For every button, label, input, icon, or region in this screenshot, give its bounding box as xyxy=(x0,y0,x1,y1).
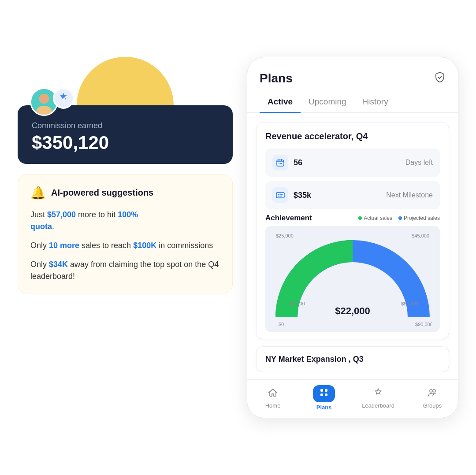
leaderboard-icon xyxy=(373,387,383,401)
ai-suggestions-card: 🔔 AI-powered suggestions Just $57,000 mo… xyxy=(18,174,233,293)
ai-suggestions-list: Just $57,000 more to hit 100%quota. Only… xyxy=(30,209,220,282)
page-wrapper: Commission earned $350,120 🔔 AI-powered … xyxy=(0,0,476,475)
svg-text:$90,000: $90,000 xyxy=(415,322,432,327)
suggestion-2-highlight2: $100K xyxy=(133,241,156,250)
plans-icon xyxy=(319,388,329,400)
nav-label-home: Home xyxy=(265,402,281,409)
gauge-labels: $25,000 $45,000 xyxy=(272,233,433,238)
bell-icon: 🔔 xyxy=(30,186,46,200)
legend-actual: Actual sales xyxy=(358,215,392,221)
svg-point-9 xyxy=(280,163,281,164)
legend-dot-green xyxy=(358,216,362,220)
svg-rect-7 xyxy=(281,159,282,161)
svg-text:$55,000: $55,000 xyxy=(401,301,419,306)
days-value: 56 xyxy=(294,158,302,167)
legend-projected: Projected sales xyxy=(398,215,440,221)
achievement-section: Achievement Actual sales Projected sales xyxy=(265,214,440,332)
svg-text:$22,000: $22,000 xyxy=(335,305,370,316)
nav-label-groups: Groups xyxy=(423,402,442,409)
suggestion-1: Just $57,000 more to hit 100%quota. xyxy=(30,209,220,233)
milestone-icon xyxy=(272,187,288,203)
svg-point-3 xyxy=(39,94,49,104)
svg-point-22 xyxy=(430,390,432,392)
main-plan-card: Revenue accelerator, Q4 xyxy=(256,122,449,339)
person-avatar-svg xyxy=(31,89,57,115)
svg-rect-20 xyxy=(320,393,323,396)
legend-projected-label: Projected sales xyxy=(404,215,440,221)
svg-text:$5,000: $5,000 xyxy=(290,301,305,306)
commission-amount: $350,120 xyxy=(32,132,219,153)
stat-row-days: 56 Days left xyxy=(265,148,440,177)
content-area: Commission earned $350,120 🔔 AI-powered … xyxy=(0,39,476,436)
milestone-value: $35k xyxy=(294,191,311,200)
suggestion-1-highlight1: $57,000 xyxy=(47,210,76,219)
tab-history[interactable]: History xyxy=(354,93,396,113)
nav-label-plans: Plans xyxy=(316,404,332,411)
tabs: Active Upcoming History xyxy=(247,93,458,113)
milestone-label: Next Milestone xyxy=(386,191,433,199)
gauge-svg-wrap: $22,000 $0 $5,000 $55,000 $90,000 xyxy=(272,240,433,328)
nav-item-leaderboard[interactable]: Leaderboard xyxy=(362,387,394,409)
ai-card-title: AI-powered suggestions xyxy=(51,188,153,198)
shield-icon[interactable] xyxy=(434,71,446,85)
plans-icon-bg xyxy=(313,385,335,402)
suggestion-2: Only 10 more sales to reach $100K in com… xyxy=(30,240,220,252)
page-title: Plans xyxy=(260,71,293,85)
gauge-label-25k: $25,000 xyxy=(276,233,294,238)
suggestion-2-highlight1: 10 more xyxy=(49,241,79,250)
tab-upcoming[interactable]: Upcoming xyxy=(301,93,354,113)
days-label: Days left xyxy=(405,159,433,167)
svg-rect-21 xyxy=(325,393,327,396)
suggestion-3: Only $34K away from claiming the top spo… xyxy=(30,259,220,282)
phone-content: Revenue accelerator, Q4 xyxy=(247,113,458,372)
svg-point-23 xyxy=(433,390,435,392)
legend: Actual sales Projected sales xyxy=(358,215,440,221)
achievement-title: Achievement xyxy=(265,214,312,223)
calendar-icon xyxy=(272,155,288,171)
svg-text:$0: $0 xyxy=(279,322,284,327)
second-plan-card: NY Market Expansion , Q3 xyxy=(256,346,449,372)
suggestion-3-highlight1: $34K xyxy=(49,260,68,269)
nav-item-plans[interactable]: Plans xyxy=(311,385,337,411)
svg-point-10 xyxy=(281,163,282,164)
plan-card-title: Revenue accelerator, Q4 xyxy=(265,131,440,141)
legend-dot-blue xyxy=(398,216,402,220)
stat-row-milestone: $35k Next Milestone xyxy=(265,181,440,209)
svg-rect-18 xyxy=(320,389,323,392)
gauge-label-45k: $45,000 xyxy=(412,233,429,238)
legend-actual-label: Actual sales xyxy=(364,215,392,221)
svg-rect-19 xyxy=(325,389,327,392)
groups-icon xyxy=(427,387,438,401)
nav-item-groups[interactable]: Groups xyxy=(419,387,446,409)
achievement-header: Achievement Actual sales Projected sales xyxy=(265,214,440,223)
nav-item-home[interactable]: Home xyxy=(260,387,286,409)
svg-rect-11 xyxy=(276,193,284,198)
suggestion-1-highlight2: 100%quota xyxy=(30,210,138,231)
avatar-verified xyxy=(53,88,74,109)
gauge-svg: $22,000 $0 $5,000 $55,000 $90,000 xyxy=(273,240,432,328)
verified-icon-svg xyxy=(56,90,71,106)
gauge-chart: $25,000 $45,000 xyxy=(265,226,440,332)
left-panel: Commission earned $350,120 🔔 AI-powered … xyxy=(18,57,233,293)
nav-label-leaderboard: Leaderboard xyxy=(362,402,394,409)
commission-label: Commission earned xyxy=(32,121,219,130)
ai-card-header: 🔔 AI-powered suggestions xyxy=(30,186,220,200)
svg-rect-6 xyxy=(279,159,279,161)
phone-wrapper: Plans Active Upcoming History Revenue xyxy=(247,57,458,418)
second-plan-title: NY Market Expansion , Q3 xyxy=(265,355,440,364)
shield-svg xyxy=(434,71,446,83)
tab-active[interactable]: Active xyxy=(260,93,301,113)
bottom-nav: Home Plans xyxy=(247,379,458,418)
phone-header: Plans xyxy=(247,57,458,85)
commission-card: Commission earned $350,120 xyxy=(18,105,233,164)
svg-point-12 xyxy=(306,271,399,328)
svg-point-8 xyxy=(279,163,279,164)
avatar-group xyxy=(30,88,74,116)
home-icon xyxy=(268,387,278,401)
